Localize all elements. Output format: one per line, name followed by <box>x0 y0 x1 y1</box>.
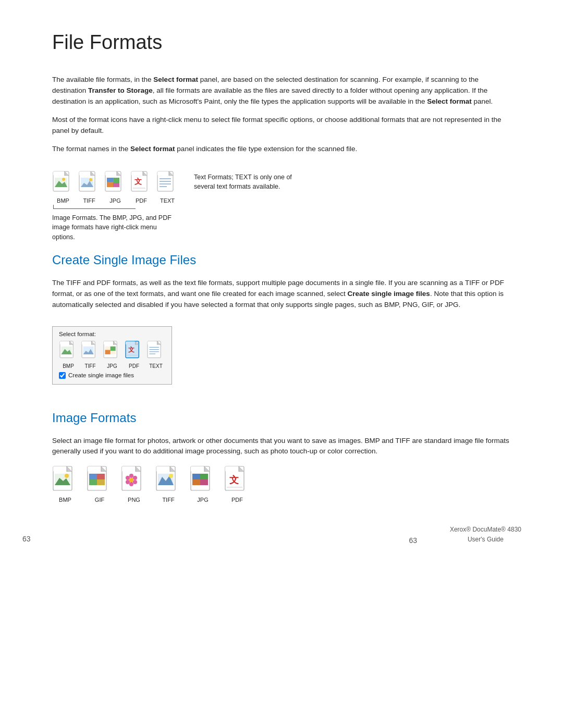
jpg-icon <box>104 170 126 196</box>
svg-rect-25 <box>131 171 143 176</box>
select-format-icons: BMP TIFF <box>59 340 165 369</box>
create-single-checkbox-row[interactable]: Create single image files <box>59 372 165 379</box>
image-formats-para: Select an image file format for photos, … <box>52 436 511 458</box>
jpg-label: JPG <box>109 198 120 204</box>
svg-text:文: 文 <box>134 177 142 186</box>
intro-section: The available file formats, in the Selec… <box>52 75 511 155</box>
svg-rect-21 <box>107 178 113 182</box>
format-icon-row: BMP TIFF <box>52 170 178 204</box>
select-format-bold-1: Select format <box>153 76 198 83</box>
create-single-checkbox[interactable] <box>59 372 66 379</box>
text-icon <box>156 170 178 196</box>
svg-point-92 <box>129 482 133 486</box>
create-single-checkbox-label: Create single image files <box>68 372 134 378</box>
panel-icon-text[interactable]: TEXT <box>146 340 165 369</box>
text-label: TEXT <box>160 198 175 204</box>
svg-rect-54 <box>105 350 111 354</box>
footer-product: Xerox® DocuMate® 4830 <box>450 525 521 535</box>
svg-point-93 <box>126 476 130 480</box>
select-format-bold-3: Select format <box>130 145 175 153</box>
svg-rect-72 <box>53 466 67 472</box>
icon-text: TEXT <box>156 170 178 204</box>
select-format-panel: Select format: BMP <box>52 326 172 385</box>
panel-text-label: TEXT <box>149 363 163 369</box>
image-icon-png: PNG <box>121 465 147 503</box>
img-jpg-label: JPG <box>197 497 208 503</box>
svg-rect-31 <box>157 171 169 176</box>
image-icon-bmp: BMP <box>52 465 78 503</box>
svg-rect-22 <box>113 183 119 187</box>
img-png-icon <box>121 465 147 496</box>
intro-para1: The available file formats, in the Selec… <box>52 75 511 107</box>
svg-point-94 <box>133 476 137 480</box>
panel-jpg-label: JPG <box>107 363 117 369</box>
panel-text-icon <box>146 340 165 362</box>
svg-rect-111 <box>200 474 208 479</box>
svg-rect-19 <box>107 182 113 187</box>
pdf-icon: 文 <box>130 170 152 196</box>
svg-rect-64 <box>148 341 157 344</box>
panel-tiff-label: TIFF <box>84 363 95 369</box>
create-single-section: Create Single Image Files The TIFF and P… <box>52 253 511 395</box>
panel-icon-jpg[interactable]: JPG <box>103 340 121 369</box>
svg-rect-45 <box>82 341 91 344</box>
svg-rect-83 <box>97 474 105 479</box>
panel-bmp-icon <box>59 340 78 362</box>
svg-text:文: 文 <box>128 346 134 353</box>
svg-rect-51 <box>104 341 113 344</box>
svg-rect-16 <box>105 171 117 176</box>
footer: Xerox® DocuMate® 4830 User's Guide 63 <box>450 525 521 545</box>
svg-text:文: 文 <box>229 475 239 485</box>
transfer-to-storage-bold: Transfer to Storage <box>88 87 153 94</box>
panel-pdf-label: PDF <box>129 363 139 369</box>
svg-rect-58 <box>126 341 135 344</box>
panel-icon-bmp[interactable]: BMP <box>59 340 78 369</box>
img-pdf-icon: 文 <box>224 465 250 496</box>
svg-point-76 <box>65 474 69 478</box>
select-format-label: Select format: <box>59 331 165 337</box>
svg-rect-85 <box>97 479 105 485</box>
panel-tiff-icon <box>81 340 100 362</box>
svg-rect-113 <box>200 479 208 485</box>
page-number-left: 63 <box>409 536 417 545</box>
icon-tiff: TIFF <box>78 170 100 204</box>
svg-rect-84 <box>89 479 97 485</box>
image-format-icons-row: BMP GIF <box>52 465 511 503</box>
svg-rect-20 <box>113 178 119 183</box>
svg-point-95 <box>126 480 130 484</box>
text-formats-caption: Text Formats; TEXT is only one of severa… <box>194 170 309 192</box>
image-formats-caption: Image Formats. The BMP, JPG, and PDF ima… <box>52 213 172 242</box>
img-jpg-icon <box>190 465 216 496</box>
svg-point-91 <box>129 474 133 478</box>
img-tiff-label: TIFF <box>162 497 174 503</box>
panel-icon-tiff[interactable]: TIFF <box>81 340 100 369</box>
footer-page-number: 63 <box>22 533 31 545</box>
create-single-heading: Create Single Image Files <box>52 253 511 267</box>
create-single-bold: Create single image files <box>348 290 430 298</box>
img-bmp-icon <box>52 465 78 496</box>
img-tiff-icon <box>155 465 181 496</box>
tiff-icon <box>78 170 100 196</box>
image-icon-tiff: TIFF <box>155 465 181 503</box>
create-single-para: The TIFF and PDF formats, as well as the… <box>52 278 511 311</box>
panel-icon-pdf[interactable]: 文 PDF <box>125 340 143 369</box>
format-icons-section: BMP TIFF <box>52 170 511 209</box>
svg-rect-82 <box>89 474 97 479</box>
svg-rect-110 <box>192 479 200 485</box>
svg-rect-39 <box>60 341 69 344</box>
panel-jpg-icon <box>103 340 121 362</box>
svg-rect-107 <box>191 466 204 472</box>
svg-point-6 <box>62 178 65 181</box>
icon-jpg: JPG <box>104 170 126 204</box>
svg-rect-116 <box>225 466 239 472</box>
bmp-label: BMP <box>57 198 69 204</box>
panel-pdf-icon: 文 <box>125 340 143 362</box>
page-title: File Formats <box>52 31 511 54</box>
footer-guide: User's Guide <box>450 535 521 545</box>
image-icon-pdf: 文 PDF <box>224 465 250 503</box>
svg-rect-112 <box>192 474 200 479</box>
tiff-label: TIFF <box>83 198 95 204</box>
svg-point-13 <box>89 178 92 181</box>
svg-rect-2 <box>53 171 65 176</box>
svg-point-96 <box>133 480 137 484</box>
